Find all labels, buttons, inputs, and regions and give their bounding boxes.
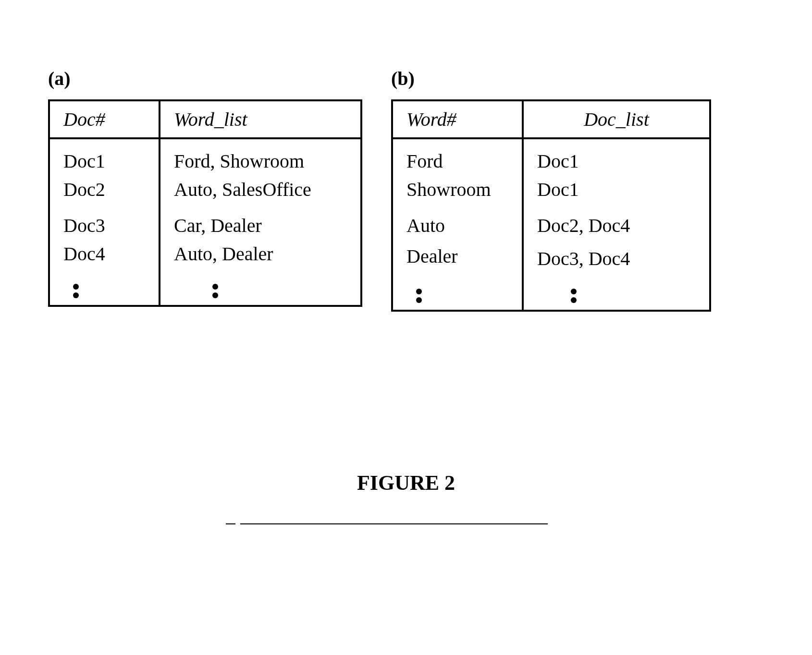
- table-a-block: (a) Doc# Word_list Doc1 Ford, Showroom D…: [48, 67, 362, 307]
- table-a-cell: Doc1: [49, 147, 160, 175]
- table-b-cell: Auto: [392, 211, 523, 240]
- table-b-cell: Dealer: [392, 240, 523, 273]
- table-row: Showroom Doc1: [392, 175, 710, 204]
- vertical-ellipsis-icon: [160, 268, 361, 306]
- table-row: Doc3 Car, Dealer: [49, 211, 361, 240]
- table-b-block: (b) Word# Doc_list Ford Doc1 Showroom Do…: [391, 67, 711, 312]
- table-b-header-doclist: Doc_list: [523, 100, 710, 138]
- table-b-cell: Doc2, Doc4: [523, 211, 710, 240]
- table-b-header-row: Word# Doc_list: [392, 100, 710, 138]
- divider-line: [240, 523, 548, 524]
- table-a-cell: Doc4: [49, 240, 160, 268]
- table-row: Doc1 Ford, Showroom: [49, 147, 361, 175]
- table-a-header-row: Doc# Word_list: [49, 100, 361, 138]
- vertical-ellipsis-icon: [49, 268, 160, 306]
- table-a-spacer: [49, 138, 361, 147]
- vertical-ellipsis-icon: [523, 273, 710, 311]
- table-b-cell: Doc1: [523, 175, 710, 204]
- figure-caption: FIGURE 2: [0, 471, 812, 495]
- table-a: Doc# Word_list Doc1 Ford, Showroom Doc2 …: [48, 99, 362, 307]
- table-b-cell: Ford: [392, 147, 523, 175]
- table-b-cell: Doc3, Doc4: [523, 240, 710, 273]
- table-a-cell: Ford, Showroom: [160, 147, 361, 175]
- table-row: Doc4 Auto, Dealer: [49, 240, 361, 268]
- table-a-cell: Auto, Dealer: [160, 240, 361, 268]
- table-b-spacer: [392, 138, 710, 147]
- divider-line: [226, 523, 235, 524]
- table-b: Word# Doc_list Ford Doc1 Showroom Doc1: [391, 99, 711, 312]
- table-b-label: (b): [391, 67, 711, 90]
- table-a-dots-row: [49, 268, 361, 306]
- table-a-header-doc: Doc#: [49, 100, 160, 138]
- table-row: Auto Doc2, Doc4: [392, 211, 710, 240]
- table-row: Ford Doc1: [392, 147, 710, 175]
- table-a-cell: Auto, SalesOffice: [160, 175, 361, 204]
- table-row: Doc2 Auto, SalesOffice: [49, 175, 361, 204]
- table-b-spacer: [392, 204, 710, 211]
- tables-row: (a) Doc# Word_list Doc1 Ford, Showroom D…: [48, 67, 764, 312]
- figure-page: (a) Doc# Word_list Doc1 Ford, Showroom D…: [0, 0, 812, 655]
- table-b-header-word: Word#: [392, 100, 523, 138]
- table-b-cell: Showroom: [392, 175, 523, 204]
- table-a-header-wordlist: Word_list: [160, 100, 361, 138]
- table-a-cell: Doc3: [49, 211, 160, 240]
- table-b-cell: Doc1: [523, 147, 710, 175]
- table-a-label: (a): [48, 67, 362, 90]
- table-a-cell: Car, Dealer: [160, 211, 361, 240]
- table-a-spacer: [49, 204, 361, 211]
- table-a-cell: Doc2: [49, 175, 160, 204]
- table-row: Dealer Doc3, Doc4: [392, 240, 710, 273]
- vertical-ellipsis-icon: [392, 273, 523, 311]
- table-b-dots-row: [392, 273, 710, 311]
